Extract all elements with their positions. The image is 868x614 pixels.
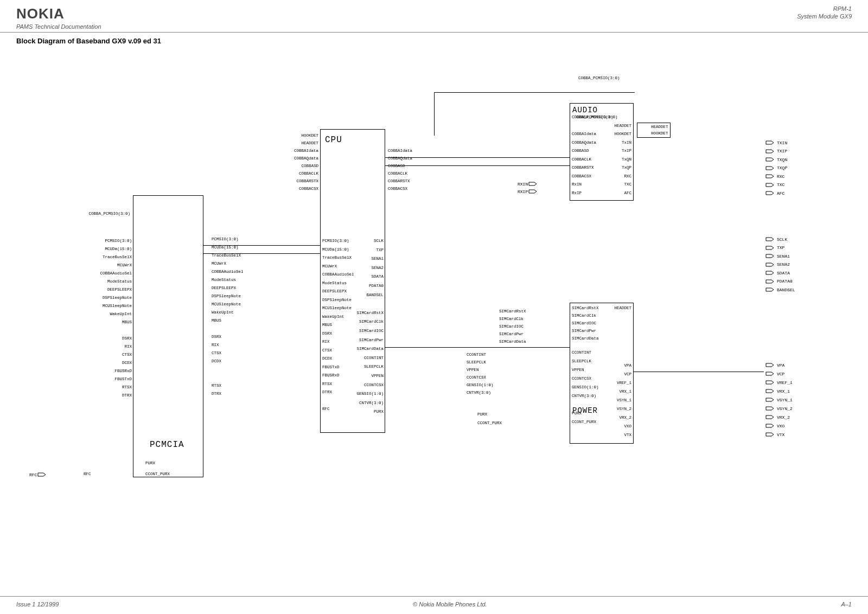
signal-label: GENSIO(1:0) <box>467 383 494 387</box>
footer-page: A–1 <box>841 601 852 607</box>
signal-label: COBBA_PCMSIO(3:0) <box>572 115 614 119</box>
signal-label: VPPEN <box>572 368 584 372</box>
output-port: TXIN <box>765 140 787 145</box>
signal-label: DSRX <box>322 331 332 336</box>
signal-label: DSRX <box>91 336 132 341</box>
svg-marker-21 <box>766 398 774 401</box>
signal-label: HOOKDET <box>278 133 318 138</box>
svg-marker-18 <box>766 372 774 375</box>
svg-marker-5 <box>766 158 774 161</box>
port-label: VCP <box>777 372 784 376</box>
svg-marker-20 <box>766 389 774 393</box>
port-label: AFC <box>777 191 784 196</box>
output-port: VTX <box>765 432 784 437</box>
header-subtitle: PAMS Technical Documentation <box>16 23 101 30</box>
port-label: TXQP <box>777 165 787 170</box>
signal-label: CCONTCSX <box>572 376 591 381</box>
port-label: VTX <box>777 432 784 437</box>
port-label: VSYN_2 <box>777 406 793 411</box>
pcmcia-ccontpurx: CCONT_PURX <box>145 472 170 476</box>
svg-marker-11 <box>766 246 774 250</box>
signal-label: SCLK <box>343 239 384 243</box>
signal-label: MBUS <box>91 320 132 324</box>
output-port: TXQP <box>765 165 787 171</box>
output-port: SCLK <box>765 236 787 242</box>
netline <box>385 165 570 166</box>
signal-label: SIMCardIOC <box>343 329 384 333</box>
signal-label: MCUSleepNote <box>322 306 352 310</box>
svg-marker-17 <box>766 363 774 367</box>
netline <box>203 245 320 246</box>
signal-label: FBUSTxD <box>91 377 132 381</box>
signal-label: COBBACLK <box>278 171 318 176</box>
output-port: BANDSEL <box>765 287 795 292</box>
signal-label: DSRX <box>212 335 221 339</box>
signal-label: TXP <box>343 248 384 252</box>
svg-marker-9 <box>766 191 774 195</box>
signal-label: DCDX <box>322 356 332 361</box>
signal-label: PURX <box>477 412 487 417</box>
signal-label: MBUS <box>212 318 221 323</box>
svg-marker-0 <box>38 473 46 476</box>
output-port: AFC <box>765 190 784 196</box>
output-port: VRX_2 <box>765 414 790 420</box>
netline <box>634 372 764 372</box>
signal-label: RTSX <box>212 383 221 388</box>
signal-label: SENA2 <box>343 266 384 270</box>
output-port: VCP <box>765 371 784 376</box>
signal-label: SIMCardIOC <box>572 321 596 325</box>
port-label: VXO <box>777 424 784 428</box>
signal-label: MCUSleepNote <box>212 302 241 306</box>
signal-label: HEADDET <box>278 141 318 145</box>
port-rxin-label: RXIN <box>518 182 528 187</box>
signal-label: SIMCardClk <box>499 317 524 321</box>
signal-label: SLEEPCLK <box>467 360 486 364</box>
output-port: VRX_1 <box>765 388 790 394</box>
signal-label: COBBAAudioSel <box>91 271 132 276</box>
output-port: RXC <box>765 174 784 179</box>
signal-label: SIMCardData <box>572 336 599 341</box>
signal-label: GENSIO(1:0) <box>343 392 384 396</box>
signal-label: CNTVR(3:0) <box>343 401 384 405</box>
signal-label: TraceBusSelX <box>91 255 132 259</box>
port-label: SENA2 <box>777 262 790 267</box>
signal-label: COBBASD <box>278 164 318 168</box>
signal-label: TxIP <box>591 149 631 153</box>
signal-label: VCP <box>591 372 631 376</box>
port-label: VREF_1 <box>777 380 793 385</box>
port-label: VPA <box>777 363 784 368</box>
signal-label: DSPSleepNote <box>322 298 352 302</box>
signal-label: COBBAAudioSel <box>212 270 244 274</box>
signal-label: SIMCardData <box>343 347 384 351</box>
signal-label: GENSIO(1:0) <box>572 385 599 389</box>
signal-label: SIMCardIOC <box>499 324 524 329</box>
signal-label: CNTVR(3:0) <box>467 391 491 395</box>
signal-label: VPPEN <box>343 374 384 378</box>
port-label: TXIN <box>777 140 787 145</box>
signal-label: HEADDET <box>591 124 631 128</box>
port-label: RXC <box>777 174 784 179</box>
signal-label: COBBASD <box>572 149 589 153</box>
signal-label: RXC <box>591 174 631 178</box>
signal-label: MCUWrX <box>91 263 132 267</box>
block-diagram: COBBA_PCMSIO(3:0) RFC PCMCIA COBBA_PCMSI… <box>27 71 841 542</box>
signal-label: CCONT_PURX <box>477 421 502 425</box>
signal-label: CCONTINT <box>572 350 591 355</box>
output-port: VREF_1 <box>765 380 793 385</box>
port-label: PDATA0 <box>777 279 793 284</box>
signal-label: MBUS <box>322 323 332 327</box>
signal-label: MCUDa(15:0) <box>212 245 239 250</box>
output-port: TXC <box>765 182 784 188</box>
signal-label: RIX <box>212 343 219 347</box>
svg-marker-12 <box>766 254 774 258</box>
signal-label: WakeUpInt <box>322 315 344 319</box>
svg-marker-10 <box>766 238 774 241</box>
header-right: RPM-1 System Module GX9 <box>797 5 852 30</box>
port-label: TXC <box>777 182 784 187</box>
page-header: NOKIA PAMS Technical Documentation RPM-1… <box>0 0 868 33</box>
signal-label: RTSX <box>322 382 332 386</box>
signal-label: SIMCardRstX <box>499 309 526 314</box>
signal-label: CCONTCSX <box>467 375 486 380</box>
signal-label: VPPEN <box>467 368 479 372</box>
signal-label: HEADDET <box>591 306 631 310</box>
